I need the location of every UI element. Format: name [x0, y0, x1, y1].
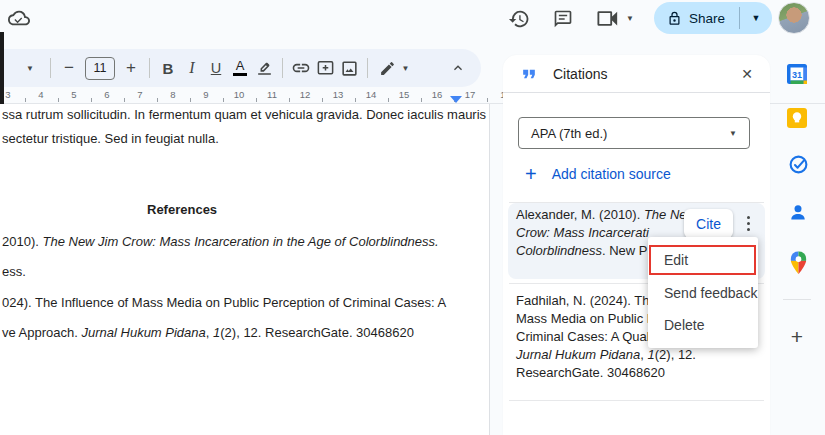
- ruler-number: 9: [203, 89, 208, 100]
- citation-entry-2-line: ResearchGate. 30468620: [516, 364, 665, 382]
- share-button-group: Share ▼: [654, 2, 772, 34]
- ruler-tick: [190, 98, 191, 102]
- toolbar-divider: [149, 58, 150, 78]
- ruler-number: 17: [465, 89, 476, 100]
- citation-entry-2-line: Mass Media on Public P: [516, 310, 655, 328]
- list-divider: [509, 400, 764, 401]
- underline-button[interactable]: U: [204, 55, 228, 81]
- plus-icon: +: [525, 165, 537, 183]
- editing-mode-caret-icon: ▼: [402, 64, 410, 73]
- cloud-saved-icon: [8, 7, 30, 29]
- ruler-number: 13: [333, 89, 344, 100]
- google-keep-icon[interactable]: [785, 106, 809, 130]
- cite-button[interactable]: Cite: [684, 209, 733, 238]
- citation-entry-1-line: Colorblindness. New P: [516, 242, 648, 260]
- add-citation-source-label: Add citation source: [552, 166, 671, 182]
- annotation-red-box: [649, 245, 756, 275]
- text-color-button[interactable]: A: [228, 55, 252, 81]
- document-page[interactable]: ssa rutrum sollicitudin. In fermentum qu…: [0, 104, 490, 435]
- toolbar-divider: [367, 58, 368, 78]
- document-text-line: ssa rutrum sollicitudin. In fermentum qu…: [2, 107, 486, 122]
- add-citation-source-button[interactable]: + Add citation source: [525, 165, 671, 183]
- text-color-swatch: [233, 73, 247, 76]
- comment-history-icon[interactable]: [553, 9, 573, 29]
- ruler-number: 11: [267, 89, 277, 100]
- citation-entry-2-line: Jurnal Hukum Pidana, 1(2), 12.: [516, 346, 696, 364]
- ruler-tick: [91, 98, 92, 102]
- ruler-tick: [421, 98, 422, 102]
- ruler-number: 3: [5, 89, 10, 100]
- citation-entry-1-line: Alexander, M. (2010). The Ne: [516, 206, 687, 224]
- menu-item-send-feedback[interactable]: Send feedback: [664, 285, 757, 301]
- close-icon[interactable]: ✕: [738, 65, 756, 83]
- ruler-tick: [25, 98, 26, 102]
- ruler-number: 14: [366, 89, 377, 100]
- reference-entry-line: 2010). The New Jim Crow: Mass Incarcerat…: [2, 234, 439, 249]
- citation-style-value: APA (7th ed.): [531, 126, 607, 141]
- ruler-tick: [355, 98, 356, 102]
- quote-icon: [519, 64, 539, 84]
- font-size-input[interactable]: 11: [85, 57, 115, 80]
- insert-image-button[interactable]: [337, 55, 361, 81]
- join-call-caret-icon[interactable]: ▼: [626, 14, 634, 23]
- left-edge-strip: [0, 32, 4, 104]
- bold-button[interactable]: B: [156, 55, 180, 81]
- insert-link-button[interactable]: [289, 55, 313, 81]
- ruler-number: 7: [137, 89, 142, 100]
- add-app-icon[interactable]: +: [786, 326, 808, 348]
- ruler-tick: [256, 98, 257, 102]
- editing-mode-button[interactable]: ▼: [374, 55, 414, 81]
- rail-divider: [783, 299, 811, 300]
- google-maps-icon[interactable]: [788, 250, 809, 277]
- google-tasks-icon[interactable]: [788, 154, 809, 175]
- lock-icon: [667, 11, 682, 26]
- join-call-button[interactable]: ▼: [597, 10, 634, 27]
- document-text-line: sectetur tristique. Sed in feugiat nulla…: [2, 131, 219, 146]
- ruler-tick: [124, 98, 125, 102]
- citation-entry-2-line: Criminal Cases: A Qual: [516, 328, 650, 346]
- highlight-color-button[interactable]: [252, 55, 276, 81]
- ruler-tick: [157, 98, 158, 102]
- ruler-tick: [58, 98, 59, 102]
- share-label: Share: [689, 11, 725, 26]
- citations-panel-title: Citations: [553, 66, 607, 82]
- google-calendar-icon[interactable]: 31: [785, 62, 809, 86]
- ruler-tick: [289, 98, 290, 102]
- toolbar-divider: [50, 58, 51, 78]
- reference-entry-line: ess.: [2, 264, 26, 279]
- version-history-icon[interactable]: [508, 8, 530, 30]
- ruler-number: 4: [38, 89, 43, 100]
- increase-font-size-button[interactable]: +: [119, 55, 143, 81]
- account-avatar[interactable]: [778, 2, 810, 34]
- reference-entry-line: 024). The Influence of Mass Media on Pub…: [2, 295, 446, 310]
- ruler-number: 12: [300, 89, 311, 100]
- ruler-number: 15: [399, 89, 410, 100]
- hide-menus-button[interactable]: [446, 55, 470, 81]
- toolbar-divider: [282, 58, 283, 78]
- ruler-tick: [223, 98, 224, 102]
- citation-style-dropdown[interactable]: APA (7th ed.) ▼: [518, 117, 750, 149]
- google-contacts-icon[interactable]: [788, 202, 808, 222]
- ruler-number: 10: [234, 89, 245, 100]
- citation-entry-1-line: Crow: Mass Incarcerati: [516, 224, 649, 242]
- font-family-caret-icon[interactable]: ▼: [18, 55, 42, 81]
- citation-entry-2-line: Fadhilah, N. (2024). Th: [516, 292, 649, 310]
- ruler-tick: [322, 98, 323, 102]
- ruler-tick: [487, 98, 488, 102]
- menu-item-delete[interactable]: Delete: [664, 317, 704, 333]
- add-comment-button[interactable]: [313, 55, 337, 81]
- ruler-number: 5: [71, 89, 76, 100]
- right-indent-marker[interactable]: [450, 96, 462, 103]
- citation-more-options-icon[interactable]: [739, 211, 757, 235]
- italic-button[interactable]: I: [180, 55, 204, 81]
- svg-text:31: 31: [792, 70, 802, 80]
- decrease-font-size-button[interactable]: −: [57, 55, 81, 81]
- ruler-number: 6: [104, 89, 109, 100]
- ruler-number: 16: [432, 89, 443, 100]
- share-dropdown-caret[interactable]: ▼: [740, 13, 772, 23]
- ruler-tick: [388, 98, 389, 102]
- reference-entry-line: ve Approach. Jurnal Hukum Pidana, 1(2), …: [2, 325, 414, 340]
- toolbar: ▼ − 11 + B I U A ▼: [0, 49, 481, 87]
- ruler-number: 8: [170, 89, 175, 100]
- share-button[interactable]: Share: [654, 11, 739, 26]
